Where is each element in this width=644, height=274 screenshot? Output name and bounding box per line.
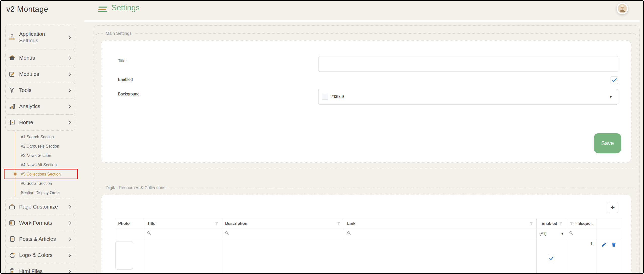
dropdown-caret-icon: ▾ (561, 231, 563, 236)
main-settings-card: Title Enabled Background #f3f7f9 ▾ Save (101, 40, 631, 163)
background-label: Background (118, 92, 139, 96)
col-header-sequence[interactable]: ↑ Seque... (566, 219, 596, 228)
sitemap-icon (9, 34, 15, 41)
sidebar-item-label: Menus (19, 55, 64, 61)
chevron-right-icon (67, 205, 71, 209)
cell-description (222, 239, 344, 274)
notebook-icon (9, 119, 15, 126)
filter-icon[interactable] (337, 221, 341, 226)
chevron-right-icon (67, 221, 71, 225)
chevron-right-icon (67, 253, 71, 257)
sidebar-subitem-social-section[interactable]: #6 Social Section (5, 179, 75, 188)
clipboard-icon (9, 268, 15, 274)
search-icon (347, 231, 351, 235)
enabled-label: Enabled (118, 77, 133, 82)
sidebar-subitem-search-section[interactable]: #1 Search Section (5, 132, 75, 142)
sidebar-subitem-carousels-section[interactable]: #2 Carousels Section (5, 142, 75, 151)
main-content: Settings Main Settings Title Enabled Bac… (84, 1, 643, 273)
search-icon (569, 231, 573, 235)
col-header-photo[interactable]: Photo (115, 219, 144, 228)
funnel-icon (9, 87, 15, 94)
edit-icon[interactable] (601, 242, 607, 247)
sidebar-item-menus[interactable]: Menus (5, 50, 75, 66)
sidebar-item-label: Posts & Articles (19, 236, 64, 242)
active-bullet-icon (14, 173, 17, 176)
col-header-enabled[interactable]: Enabled (537, 219, 566, 228)
filter-link[interactable] (344, 228, 537, 239)
hamburger-menu-icon[interactable] (98, 7, 107, 13)
col-label: Enabled (542, 221, 557, 226)
bar-chart-icon (9, 103, 15, 110)
sidebar-item-modules[interactable]: Modules (5, 66, 75, 82)
collections-legend: Digital Resources & Collections (103, 185, 168, 190)
sidebar-subitem-news-alt-section[interactable]: #4 News Alt Section (5, 160, 75, 169)
filter-title[interactable] (144, 228, 222, 239)
sidebar-item-page-customize[interactable]: Page Customize (5, 199, 75, 215)
filter-icon[interactable] (569, 221, 573, 226)
enabled-checkbox[interactable] (611, 76, 618, 84)
sidebar-item-html-files[interactable]: Html Files (5, 263, 75, 274)
main-settings-panel: Main Settings Title Enabled Background #… (96, 33, 636, 169)
sidebar-item-application-settings[interactable]: Application Settings (5, 25, 75, 50)
sidebar-nav: Application Settings Menus Modules Tools (5, 25, 75, 274)
sidebar-item-label: Modules (19, 71, 64, 77)
chevron-right-icon (67, 35, 71, 39)
check-icon (549, 256, 554, 261)
add-row-button[interactable]: + (607, 202, 618, 213)
sidebar-item-label: Home (19, 119, 64, 126)
dropdown-caret-icon: ▾ (610, 94, 612, 99)
filter-icon[interactable] (215, 221, 219, 226)
sidebar-item-home[interactable]: Home (5, 114, 75, 131)
sidebar-item-posts-articles[interactable]: Posts & Articles (5, 231, 75, 247)
table-filter-row: (All)▾ (115, 228, 621, 239)
photo-placeholder (115, 241, 133, 270)
sidebar-item-analytics[interactable]: Analytics (5, 98, 75, 115)
row-enabled-checkbox[interactable] (548, 255, 555, 262)
check-icon (611, 77, 617, 83)
sidebar-item-label: Work Formats (19, 220, 64, 226)
delete-icon[interactable] (611, 242, 616, 247)
collections-table: Photo Title Description Link (115, 219, 621, 274)
sidebar-item-tools[interactable]: Tools (5, 82, 75, 98)
edit-square-icon (9, 71, 15, 78)
table-row: 1 (115, 239, 621, 274)
sidebar-subitem-collections-section[interactable]: #5 Collections Section (5, 169, 75, 179)
filter-enabled-dropdown[interactable]: (All)▾ (537, 228, 566, 239)
sidebar-item-label: Logo & Colors (19, 252, 64, 258)
sidebar-item-logo-colors[interactable]: Logo & Colors (5, 247, 75, 263)
col-header-actions (596, 219, 621, 228)
collections-panel: Digital Resources & Collections + Photo … (96, 188, 636, 274)
col-header-description[interactable]: Description (222, 219, 344, 228)
chevron-right-icon (67, 269, 71, 273)
background-select[interactable]: #f3f7f9 ▾ (318, 89, 618, 105)
cell-photo (115, 239, 144, 274)
chevron-right-icon (67, 120, 71, 124)
chevron-right-icon (67, 104, 71, 108)
sidebar-item-label: Tools (19, 87, 64, 93)
chevron-right-icon (67, 72, 71, 76)
sort-ascending-icon[interactable]: ↑ (575, 221, 577, 226)
cell-link (344, 239, 537, 274)
cell-actions (596, 239, 621, 274)
filter-icon[interactable] (559, 221, 563, 226)
sidebar-subitem-news-section[interactable]: #3 News Section (5, 151, 75, 160)
sidebar-item-work-formats[interactable]: Work Formats (5, 215, 75, 231)
search-icon (147, 231, 151, 235)
sidebar-item-label: Analytics (19, 103, 64, 110)
filter-icon[interactable] (529, 221, 533, 226)
collections-card: + Photo Title Description (101, 195, 631, 274)
sidebar-subitem-section-display-order[interactable]: Section Display Order (5, 188, 75, 197)
sidebar-item-label: Page Customize (19, 203, 64, 210)
sidebar: v2 Montage Application Settings Menus Mo… (1, 1, 84, 273)
page-title: Settings (111, 3, 140, 12)
title-label: Title (118, 59, 126, 63)
filter-sequence[interactable] (566, 228, 596, 239)
save-button[interactable]: Save (594, 133, 621, 153)
cell-sequence: 1 (566, 239, 596, 274)
col-header-title[interactable]: Title (144, 219, 222, 228)
user-avatar[interactable] (617, 3, 628, 14)
filter-actions (596, 228, 621, 239)
filter-description[interactable] (222, 228, 344, 239)
col-header-link[interactable]: Link (344, 219, 537, 228)
title-input[interactable] (318, 56, 618, 72)
